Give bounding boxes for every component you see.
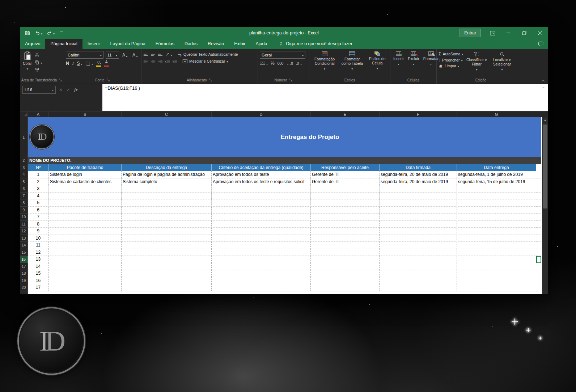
row-header-14[interactable]: 14 [20, 242, 28, 249]
increase-decimal-icon[interactable]: ←.0 [286, 62, 293, 66]
cell-H4[interactable] [536, 171, 541, 178]
cell-A8[interactable]: 5 [28, 199, 49, 207]
tab-exibir[interactable]: Exibir [229, 39, 250, 49]
cell-E17[interactable] [311, 263, 380, 270]
align-bottom-icon[interactable] [158, 52, 163, 56]
cell-C13[interactable] [122, 235, 212, 242]
cell-E16[interactable] [311, 256, 380, 263]
cell-C7[interactable] [122, 193, 212, 200]
cell-H14[interactable] [536, 242, 541, 249]
cell-D11[interactable] [212, 221, 311, 228]
align-top-icon[interactable] [143, 52, 148, 56]
banner-cell[interactable]: ID Entregas do Projeto [28, 117, 541, 157]
paste-button[interactable]: Colar [22, 50, 33, 77]
cell-H5[interactable] [536, 178, 541, 186]
cell-F16[interactable] [380, 256, 457, 263]
collapse-ribbon-icon[interactable] [541, 80, 545, 82]
cell-D5[interactable]: Aprovação em todos os teste e requisitos… [212, 178, 311, 186]
row-header-partial[interactable] [20, 291, 28, 294]
cell-D4[interactable]: Aprovação em todos os teste [212, 171, 311, 178]
cell-D13[interactable] [212, 235, 311, 242]
header-cell-numero[interactable]: Nº [28, 164, 49, 172]
cell-E4[interactable]: Gerente de TI [311, 171, 380, 178]
col-header-C[interactable]: C [122, 111, 212, 117]
cell-B18[interactable] [49, 270, 122, 277]
number-format-select[interactable]: Geral [260, 51, 305, 59]
orientation-icon[interactable] [165, 51, 172, 58]
cell-F6[interactable] [380, 185, 457, 193]
tab-dados[interactable]: Dados [179, 39, 203, 49]
cell-H15[interactable] [536, 249, 541, 256]
sign-in-button[interactable]: Entrar [459, 29, 481, 37]
cell-E18[interactable] [311, 270, 380, 277]
cell-F5[interactable]: segunda-feira, 20 de maio de 2019 [380, 178, 457, 186]
cell-H18[interactable] [536, 270, 541, 277]
cell-B14[interactable] [49, 242, 122, 249]
decrease-indent-icon[interactable] [165, 59, 170, 63]
tab-revisao[interactable]: Revisão [203, 39, 229, 49]
cell-D14[interactable] [212, 242, 311, 249]
alignment-dialog-launcher-icon[interactable] [209, 79, 212, 82]
row-header-1[interactable]: 1 [20, 117, 28, 157]
cell-H7[interactable] [536, 193, 541, 200]
cell-A10[interactable]: 7 [28, 214, 49, 221]
cell-E6[interactable] [311, 185, 380, 193]
align-left-icon[interactable] [143, 59, 148, 63]
row-header-9[interactable]: 9 [20, 207, 28, 214]
format-as-table-button[interactable]: Formatar como Tabela [340, 50, 364, 77]
cell-C5[interactable]: Sistema completo [122, 178, 212, 186]
cell-H17[interactable] [536, 263, 541, 270]
cell-styles-button[interactable]: Estilos de Célula [366, 50, 388, 77]
row-header-6[interactable]: 6 [20, 185, 28, 193]
row-header-13[interactable]: 13 [20, 235, 28, 242]
cell-G8[interactable] [457, 199, 536, 207]
cell-A6[interactable]: 3 [28, 185, 49, 193]
cell-H3[interactable] [536, 164, 541, 172]
decrease-font-icon[interactable]: A▼ [131, 52, 139, 58]
tell-me-box[interactable]: Diga-me o que você deseja fazer [279, 39, 352, 49]
col-header-F[interactable]: F [380, 111, 457, 117]
cell-H11[interactable] [536, 221, 541, 228]
header-cell-responsavel[interactable]: Responsável pelo aceite [311, 164, 380, 172]
cell-C11[interactable] [122, 221, 212, 228]
row-header-2[interactable]: 2 [20, 157, 28, 164]
col-header-E[interactable]: E [311, 111, 380, 117]
header-cell-criterio[interactable]: Critério de aceitação da entrega (qualid… [212, 164, 311, 172]
font-name-select[interactable]: Calibri [66, 51, 103, 59]
header-cell-data-entrega[interactable]: Data entrega [457, 164, 536, 172]
tab-pagina-inicial[interactable]: Página Inicial [45, 39, 82, 49]
cell-H10[interactable] [536, 214, 541, 221]
tab-inserir[interactable]: Inserir [82, 39, 105, 49]
cell-A18[interactable]: 15 [28, 270, 49, 277]
cut-button[interactable] [35, 52, 42, 57]
row-header-18[interactable]: 18 [20, 270, 28, 277]
cell-E15[interactable] [311, 249, 380, 256]
col-header-D[interactable]: D [212, 111, 311, 117]
cell-F7[interactable] [380, 193, 457, 200]
clear-button[interactable]: Limpar [439, 64, 463, 68]
cell-D16[interactable] [212, 256, 311, 263]
cell-C10[interactable] [122, 214, 212, 221]
align-center-icon[interactable] [151, 59, 156, 63]
cell-G9[interactable] [457, 207, 536, 214]
row-header-3[interactable]: 3 [20, 164, 28, 172]
cell-F18[interactable] [380, 270, 457, 277]
percent-style-icon[interactable]: % [271, 61, 275, 66]
increase-font-icon[interactable]: A▲ [121, 52, 129, 58]
cell-C14[interactable] [122, 242, 212, 249]
cell-H6[interactable] [536, 185, 541, 193]
cell-C19[interactable] [122, 277, 212, 284]
cell-D6[interactable] [212, 185, 311, 193]
cell-F15[interactable] [380, 249, 457, 256]
cell-D7[interactable] [212, 193, 311, 200]
font-size-select[interactable]: 11 [106, 51, 119, 59]
insert-function-icon[interactable]: fx [74, 87, 77, 93]
accounting-format-icon[interactable] [260, 60, 268, 67]
row-header-19[interactable]: 19 [20, 277, 28, 284]
cell-F14[interactable] [380, 242, 457, 249]
cell-G4[interactable]: segunda-feira, 1 de julho de 2019 [457, 171, 536, 178]
cell-B17[interactable] [49, 263, 122, 270]
minimize-button[interactable] [500, 27, 516, 39]
redo-icon[interactable] [47, 30, 55, 36]
cell-E7[interactable] [311, 193, 380, 200]
